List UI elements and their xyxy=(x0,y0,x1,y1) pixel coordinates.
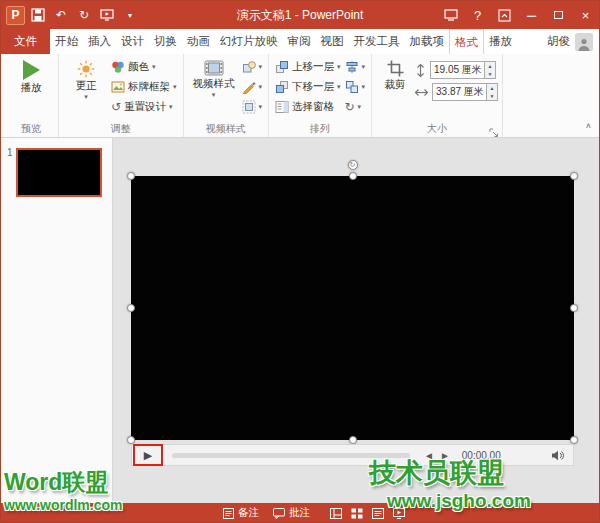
resize-handle-bottom-left[interactable] xyxy=(127,436,135,444)
height-spinner[interactable]: ▲▼ xyxy=(484,62,495,78)
resize-handle-bottom-middle[interactable] xyxy=(349,436,357,444)
help-icon[interactable]: ? xyxy=(464,1,491,29)
corrections-button[interactable]: 更正 ▾ xyxy=(63,57,109,117)
crop-button[interactable]: 裁剪 xyxy=(376,57,414,102)
tab-addins[interactable]: 加载项 xyxy=(405,29,450,54)
resize-handle-top-middle[interactable] xyxy=(349,172,357,180)
spinner-up-icon[interactable]: ▲ xyxy=(487,84,497,92)
selection-pane-label: 选择窗格 xyxy=(292,100,334,114)
volume-icon[interactable] xyxy=(551,450,565,461)
qat-customize-icon[interactable]: ▾ xyxy=(120,5,140,25)
rotate-button[interactable]: ↻ ▾ xyxy=(343,97,368,117)
slide-sorter-view-icon[interactable] xyxy=(351,508,363,519)
maximize-button[interactable] xyxy=(545,1,572,29)
slide-thumbnail[interactable] xyxy=(16,148,102,197)
notes-icon xyxy=(223,508,234,519)
presentation-display-icon[interactable] xyxy=(437,1,464,29)
tab-review[interactable]: 审阅 xyxy=(283,29,316,54)
normal-view-icon[interactable] xyxy=(330,508,342,519)
account-area[interactable]: 胡俊 xyxy=(547,29,599,54)
ribbon-display-options-icon[interactable] xyxy=(491,1,518,29)
tab-home[interactable]: 开始 xyxy=(50,29,83,54)
height-value: 19.05 厘米 xyxy=(431,62,484,78)
corrections-label: 更正 xyxy=(76,79,97,93)
play-button[interactable]: 播放 xyxy=(8,57,54,95)
film-icon xyxy=(204,60,224,76)
bring-forward-button[interactable]: 上移一层 ▾ xyxy=(273,57,343,77)
reading-view-icon[interactable] xyxy=(372,508,384,519)
collapse-ribbon-icon[interactable]: ˄ xyxy=(586,121,591,131)
chevron-down-icon: ▾ xyxy=(362,83,366,91)
chevron-down-icon: ▾ xyxy=(152,63,156,71)
tab-developer[interactable]: 开发工具 xyxy=(349,29,405,54)
poster-frame-label: 标牌框架 xyxy=(128,80,170,94)
tab-slideshow[interactable]: 幻灯片放映 xyxy=(215,29,283,54)
media-play-button[interactable]: ▶ xyxy=(144,449,152,462)
titlebar: P ↶ ↻ ▾ 演示文稿1 - PowerPoint ? ─ × xyxy=(1,1,599,29)
reset-design-label: 重置设计 xyxy=(124,100,166,114)
video-styles-button[interactable]: 视频样式 ▾ xyxy=(188,57,240,117)
tab-design[interactable]: 设计 xyxy=(116,29,149,54)
width-spinner[interactable]: ▲▼ xyxy=(486,84,497,100)
watermark-wordlm-url: www.wordlm.com xyxy=(4,498,123,512)
resize-handle-middle-left[interactable] xyxy=(127,304,135,312)
video-object[interactable]: ↻ xyxy=(131,176,574,440)
powerpoint-app-icon[interactable]: P xyxy=(6,6,25,25)
notes-label: 备注 xyxy=(238,506,259,520)
group-objects-button[interactable]: ▾ xyxy=(343,77,368,97)
group-size: 裁剪 19.05 厘米 ▲▼ 33.87 厘米 ▲▼ xyxy=(372,54,503,137)
user-avatar[interactable] xyxy=(575,33,593,51)
chevron-down-icon: ▾ xyxy=(362,63,366,71)
tab-file[interactable]: 文件 xyxy=(1,29,50,54)
selection-pane-icon xyxy=(275,100,289,114)
video-border-icon xyxy=(242,80,256,94)
tab-view[interactable]: 视图 xyxy=(316,29,349,54)
minimize-button[interactable]: ─ xyxy=(518,1,545,29)
video-effects-button[interactable]: ▾ xyxy=(240,97,265,117)
resize-handle-bottom-right[interactable] xyxy=(570,436,578,444)
rotation-handle[interactable]: ↻ xyxy=(348,160,358,170)
spinner-down-icon[interactable]: ▼ xyxy=(487,92,497,100)
reset-design-button[interactable]: ↺ 重置设计 ▾ xyxy=(109,97,179,117)
group-objects-icon xyxy=(345,80,359,94)
tab-insert[interactable]: 插入 xyxy=(83,29,116,54)
tab-playback[interactable]: 播放 xyxy=(484,29,517,54)
video-border-button[interactable]: ▾ xyxy=(240,77,265,97)
maximize-icon xyxy=(554,11,563,19)
size-dialog-launcher-icon[interactable] xyxy=(489,124,499,134)
comments-button[interactable]: 批注 xyxy=(273,506,310,520)
resize-handle-top-right[interactable] xyxy=(570,172,578,180)
resize-handle-top-left[interactable] xyxy=(127,172,135,180)
save-icon[interactable] xyxy=(28,5,48,25)
chevron-down-icon: ▾ xyxy=(259,83,263,91)
video-shape-button[interactable]: ▾ xyxy=(240,57,265,77)
group-label-adjust: 调整 xyxy=(59,122,183,136)
chevron-down-icon: ▾ xyxy=(259,63,263,71)
start-slideshow-icon[interactable] xyxy=(97,5,117,25)
notes-button[interactable]: 备注 xyxy=(223,506,259,520)
poster-frame-button[interactable]: 标牌框架 ▾ xyxy=(109,77,179,97)
resize-handle-middle-right[interactable] xyxy=(570,304,578,312)
chevron-down-icon: ▾ xyxy=(358,103,362,111)
chevron-down-icon: ▾ xyxy=(259,103,263,111)
group-label-preview: 预览 xyxy=(4,122,58,136)
media-progress-bar[interactable] xyxy=(172,453,410,458)
selection-pane-button[interactable]: 选择窗格 xyxy=(273,97,343,117)
color-button[interactable]: 颜色 ▾ xyxy=(109,57,179,77)
tab-transitions[interactable]: 切换 xyxy=(149,29,182,54)
height-input[interactable]: 19.05 厘米 ▲▼ xyxy=(430,61,496,79)
spinner-up-icon[interactable]: ▲ xyxy=(485,62,495,70)
redo-icon[interactable]: ↻ xyxy=(74,5,94,25)
align-button[interactable]: ▾ xyxy=(343,57,368,77)
slide-canvas[interactable]: ↻ ▶ ◄ ► 00:00.00 xyxy=(113,138,599,503)
send-backward-button[interactable]: 下移一层 ▾ xyxy=(273,77,343,97)
close-button[interactable]: × xyxy=(572,1,599,29)
undo-icon[interactable]: ↶ xyxy=(51,5,71,25)
spinner-down-icon[interactable]: ▼ xyxy=(485,70,495,78)
group-arrange: 上移一层 ▾ 下移一层 ▾ 选择窗格 xyxy=(269,54,372,137)
tab-animations[interactable]: 动画 xyxy=(182,29,215,54)
tab-format[interactable]: 格式 xyxy=(449,29,484,55)
chevron-down-icon: ▾ xyxy=(337,83,341,91)
width-input[interactable]: 33.87 厘米 ▲▼ xyxy=(432,83,498,101)
ribbon-tab-row: 文件 开始 插入 设计 切换 动画 幻灯片放映 审阅 视图 开发工具 加载项 格… xyxy=(1,29,599,54)
